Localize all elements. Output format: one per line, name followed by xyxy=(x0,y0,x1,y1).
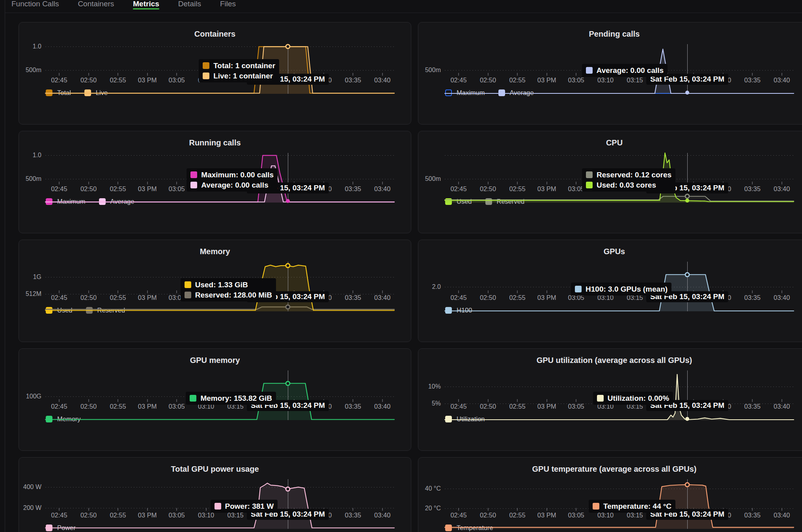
chart-area: 500m Average: 0.00 calls xyxy=(418,44,802,94)
chart-title: CPU xyxy=(418,138,802,148)
chart-tooltip: Memory: 153.82 GiB xyxy=(186,392,276,405)
tooltip-text: H100: 3.0 GPUs (mean) xyxy=(586,285,668,294)
data-point-marker xyxy=(285,44,291,49)
tooltip-text: Maximum: 0.00 calls xyxy=(201,170,274,179)
tab-bar-tabs: Function CallsContainersMetricsDetailsFi… xyxy=(11,0,236,11)
chart-tooltip: Maximum: 0.00 callsAverage: 0.00 calls xyxy=(187,168,278,192)
tab-function-calls[interactable]: Function Calls xyxy=(11,0,59,11)
crosshair-line xyxy=(288,262,288,311)
plot-area[interactable]: H100: 3.0 GPUs (mean) xyxy=(445,262,794,311)
chart-area: 100G Memory: 153.82 GiB xyxy=(19,370,411,420)
crosshair-line xyxy=(288,370,288,420)
data-point-marker xyxy=(685,482,690,487)
tooltip-series-swatch xyxy=(190,395,196,402)
y-axis-tick-label: 200 W xyxy=(23,504,41,512)
chart-title: Running calls xyxy=(19,138,411,148)
plot-area[interactable]: Utilization: 0.00% xyxy=(445,370,794,420)
tooltip-text: Utilization: 0.00% xyxy=(608,394,669,403)
chart-area: 500m Reserved: 0.12 coresUsed: 0.03 core… xyxy=(418,153,802,203)
data-point-marker xyxy=(285,381,291,386)
chart-tooltip: Total: 1 containerLive: 1 container xyxy=(199,59,279,82)
tab-details[interactable]: Details xyxy=(178,0,201,11)
chart-panel: GPU utilization (average across all GPUs… xyxy=(418,348,802,451)
tooltip-row: Reserved: 0.12 cores xyxy=(586,170,671,179)
chart-tooltip: Average: 0.00 calls xyxy=(582,64,668,77)
y-axis-tick-label: 500m xyxy=(425,67,441,74)
data-point-marker xyxy=(285,263,291,268)
y-axis-tick-label: 40 °C xyxy=(425,485,441,492)
y-axis-tick-label: 500m xyxy=(26,67,41,74)
data-point-marker xyxy=(685,199,689,203)
tab-bar: Function CallsContainersMetricsDetailsFi… xyxy=(5,0,802,13)
chart-title: GPU utilization (average across all GPUs… xyxy=(418,355,802,365)
tooltip-text: Used: 1.33 GiB xyxy=(195,280,248,289)
data-point-marker xyxy=(285,487,291,492)
chart-tooltip: Power: 381 W xyxy=(211,500,278,513)
crosshair-line xyxy=(687,370,688,420)
plot-area[interactable]: Average: 0.00 calls xyxy=(445,44,794,94)
tooltip-series-swatch xyxy=(190,171,197,178)
chart-area: 2.0 H100: 3.0 GPUs (mean) xyxy=(418,262,802,311)
tooltip-series-swatch xyxy=(203,73,209,79)
data-point-marker xyxy=(685,417,689,421)
chart-tooltip: H100: 3.0 GPUs (mean) xyxy=(571,283,671,296)
plot-area[interactable]: Power: 381 W xyxy=(45,479,394,529)
y-axis-labels: 40 °C20 °C xyxy=(418,479,441,529)
chart-panel: Running calls 1.0500m Maximum: 0.00 call… xyxy=(19,131,411,233)
tooltip-row: Utilization: 0.00% xyxy=(597,394,669,403)
tooltip-text: Temperature: 44 °C xyxy=(603,502,671,511)
chart-area: 1G512M Used: 1.33 GiBReserved: 128.00 Mi… xyxy=(19,262,411,311)
tooltip-row: Live: 1 container xyxy=(203,71,275,80)
chart-area: 400 W200 W Power: 381 W xyxy=(19,479,411,529)
crosshair-line xyxy=(288,44,288,94)
plot-area[interactable]: Reserved: 0.12 coresUsed: 0.03 cores xyxy=(445,153,794,203)
chart-panel: CPU 500m Reserved: 0.12 coresUsed: 0.03 … xyxy=(418,131,802,233)
y-axis-tick-label: 10% xyxy=(428,383,441,390)
data-point-marker xyxy=(685,272,690,277)
crosshair-line xyxy=(687,44,688,94)
tooltip-row: Maximum: 0.00 calls xyxy=(190,170,274,179)
tooltip-text: Average: 0.00 calls xyxy=(201,180,268,190)
tab-files[interactable]: Files xyxy=(220,0,236,11)
tooltip-text: Reserved: 128.00 MiB xyxy=(195,290,272,299)
crosshair-line xyxy=(288,153,288,203)
y-axis-tick-label: 500m xyxy=(26,175,41,182)
tooltip-row: Power: 381 W xyxy=(214,502,274,511)
y-axis-labels: 1.0500m xyxy=(19,153,41,203)
tooltip-text: Live: 1 container xyxy=(213,71,273,80)
tooltip-row: Reserved: 128.00 MiB xyxy=(185,290,272,299)
plot-area[interactable]: Used: 1.33 GiBReserved: 128.00 MiB xyxy=(45,262,394,311)
y-axis-tick-label: 1.0 xyxy=(33,43,41,50)
crosshair-line xyxy=(687,262,688,311)
tooltip-series-swatch xyxy=(190,182,197,188)
plot-area[interactable]: Memory: 153.82 GiB xyxy=(45,370,394,420)
y-axis-labels: 500m xyxy=(418,44,441,94)
chart-title: Containers xyxy=(19,29,411,39)
tooltip-row: H100: 3.0 GPUs (mean) xyxy=(575,285,668,294)
tooltip-series-swatch xyxy=(593,503,599,510)
tooltip-series-swatch xyxy=(575,286,582,292)
chart-panel: Pending calls 500m Average: 0.00 calls 0… xyxy=(418,22,802,125)
chart-title: GPU memory xyxy=(19,355,411,365)
tooltip-row: Memory: 153.82 GiB xyxy=(190,394,272,403)
chart-title: GPU temperature (average across all GPUs… xyxy=(418,464,802,474)
y-axis-labels: 10%5% xyxy=(418,370,441,420)
tooltip-series-swatch xyxy=(203,62,209,69)
chart-tooltip: Utilization: 0.00% xyxy=(593,392,673,405)
plot-area[interactable]: Maximum: 0.00 callsAverage: 0.00 calls xyxy=(45,153,394,203)
y-axis-labels: 500m xyxy=(418,153,441,203)
page-left-border xyxy=(5,0,5,532)
tooltip-text: Power: 381 W xyxy=(225,502,274,511)
y-axis-labels: 400 W200 W xyxy=(19,479,41,529)
chart-panel: GPUs 2.0 H100: 3.0 GPUs (mean) 02:4502:5… xyxy=(418,240,802,342)
tooltip-text: Reserved: 0.12 cores xyxy=(597,170,671,179)
chart-title: Memory xyxy=(19,246,411,257)
plot-area[interactable]: Temperature: 44 °C xyxy=(445,479,794,529)
chart-panel: Containers 1.0500m Total: 1 containerLiv… xyxy=(19,22,411,125)
chart-title: Pending calls xyxy=(418,29,802,39)
tab-metrics[interactable]: Metrics xyxy=(133,0,159,11)
y-axis-tick-label: 2.0 xyxy=(432,283,441,290)
plot-area[interactable]: Total: 1 containerLive: 1 container xyxy=(45,44,394,94)
y-axis-tick-label: 1G xyxy=(33,273,41,281)
tab-containers[interactable]: Containers xyxy=(78,0,114,11)
